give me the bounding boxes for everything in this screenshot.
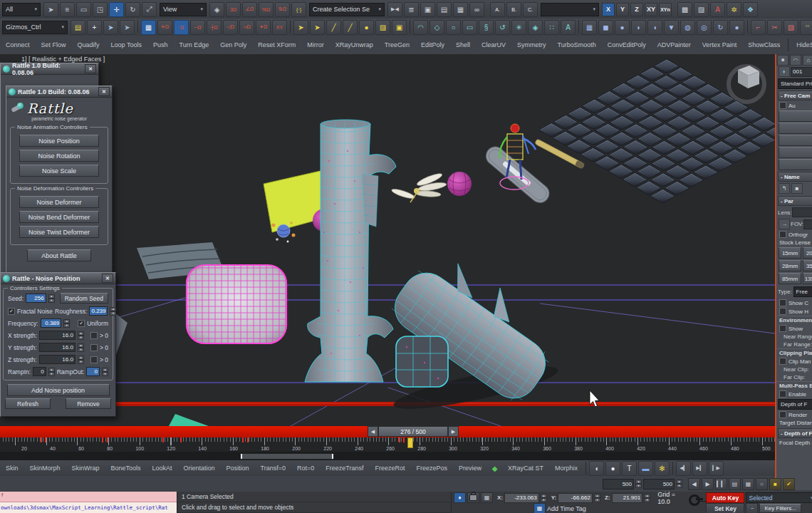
rendered-frame-icon[interactable]: ▨ [694,2,709,17]
border-icon[interactable]: ▭ [462,20,477,35]
turbosmooth-button[interactable]: TurboSmooth [552,41,602,48]
noise-twist-deformer-button[interactable]: Noise Twist Deformer [19,226,99,238]
light-bulb-icon[interactable]: ● [359,20,374,35]
editpoly-button[interactable]: EditPoly [415,41,450,48]
material-preset-dropdown[interactable]: ▾ [541,3,599,16]
key-filters-button[interactable]: Key Filters... [759,504,801,513]
hide-layer-icon[interactable]: ➤ [120,20,135,35]
y-strength-field[interactable]: 16.0 [39,343,76,352]
select-layer-icon[interactable]: ➤ [103,20,118,35]
rot-0-button[interactable]: Rot=0 [291,465,320,472]
remove-button[interactable]: Remove [66,398,111,409]
select-object-icon[interactable]: ➤ [43,2,58,17]
uniform-checkbox[interactable]: ✓ [78,320,85,327]
xraycat-st-button[interactable]: XRayCat ST [502,465,549,472]
material-editor-c-icon[interactable]: C. [523,2,538,17]
select-by-name-icon[interactable]: ≡ [60,2,75,17]
teapot-button[interactable]: Teapot [779,159,812,170]
loop-icon[interactable]: ◇ [430,20,444,35]
multipass-enable-checkbox[interactable]: Enable [776,390,812,398]
snap-edge-icon[interactable]: ◅Ω [239,20,254,35]
keyframe-tick[interactable] [180,437,182,442]
hideselect-button[interactable]: HideSelect [791,41,812,48]
connect-button[interactable]: Connect [0,41,36,48]
x-gt-zero-checkbox[interactable] [90,332,98,339]
noise-position-titlebar[interactable]: Rattle - Noise Position ✕ [1,273,115,284]
stock-lens-button[interactable]: 85mm [779,273,801,284]
soft-selection-icon[interactable]: ◠ [413,20,428,35]
checkbox[interactable] [779,325,786,332]
noise-scale-button[interactable]: Noise Scale [19,165,99,177]
checkbox[interactable] [779,358,786,365]
render-setup-icon[interactable]: ▩ [677,2,692,17]
reference-coordinate-dropdown[interactable]: View▾ [160,3,207,16]
noise-position-dialog[interactable]: Rattle - Noise Position ✕ Controllers Se… [0,272,116,417]
advpainter-button[interactable]: ADVPainter [652,41,697,48]
rattle-dialog[interactable]: Rattle 1.0 Build: 0.08.06 ✕ Rattle param… [6,86,113,286]
curve-editor-icon[interactable]: ▦ [453,2,468,17]
stock-lens-button[interactable]: 135mm [803,273,812,284]
noise-bend-deformer-button[interactable]: Noise Bend Deformer [19,211,99,223]
relax-icon[interactable]: ↺ [495,20,510,35]
checkbox[interactable] [779,102,786,109]
conveditpoly-button[interactable]: ConvEditPoly [602,41,652,48]
show-cone-checkbox[interactable]: Show C [776,299,812,307]
frequency-spinner[interactable]: ▲▼ [63,319,70,328]
layers-icon[interactable]: ▤ [71,20,85,35]
about-rattle-button[interactable]: About Rattle [27,249,91,261]
clearuv-button[interactable]: ClearUV [476,41,511,48]
select-and-move-icon[interactable]: ✛ [109,2,124,17]
ribbon-icon[interactable]: ▤ [437,2,452,17]
gen-poly-button[interactable]: Gen Poly [214,41,252,48]
stock-lens-button[interactable]: 20mm [803,247,812,259]
add-time-tag-label[interactable]: Add Time Tag [547,505,586,512]
tree-trunk-object[interactable] [305,120,396,382]
keyframe-tick[interactable] [242,437,244,442]
ik-limits-icon[interactable]: °° [800,20,812,35]
snaps-toggle-icon[interactable]: 3Ω [226,2,241,17]
listener-line1[interactable]: f [0,492,177,502]
add-layer-icon[interactable]: + [87,20,102,35]
lens-spinner[interactable] [792,207,812,217]
frequency-field[interactable]: 0.389 [41,318,62,328]
layer-manager-icon[interactable]: ▣ [420,2,435,17]
render-per-pass-checkbox[interactable]: Render [776,410,812,419]
object-name-field[interactable]: 001 [791,67,812,77]
snap-frozen-icon[interactable]: ✦Ω [256,20,271,35]
snap-endpoint-icon[interactable]: ─Ω [190,20,205,35]
time-slider-handle[interactable]: ◀ 276 / 500 ▶ [368,427,459,436]
teapot-obj-icon[interactable]: ◗ [631,20,646,35]
absolute-mode-icon[interactable]: ▦ [481,492,493,503]
angle-snap-icon[interactable]: ∠Ω [242,2,257,17]
isolate-selection-icon[interactable]: ♦ [454,492,466,503]
cat-mini-button-2[interactable]: ▶ [702,478,714,490]
lookat-button[interactable]: LookAt [146,465,177,472]
cat-mini-button-7[interactable]: ■ [769,478,781,490]
checkbox[interactable] [779,390,786,398]
material-editor-a-icon[interactable]: A. [490,2,505,17]
rect-selection-region-icon[interactable]: ▭ [76,2,91,17]
axis-constraint-z-button[interactable]: Z [630,3,643,16]
dragonfly-object[interactable] [391,172,447,202]
cat-mini-button-3[interactable]: ▎▎ [715,478,727,490]
morphix-button[interactable]: Morphix [549,465,583,472]
shirt-icon[interactable]: T [622,461,637,476]
freezetransf-button[interactable]: FreezeTransf [320,465,369,472]
x-spinner[interactable]: ▲▼ [541,494,547,502]
new-key-filter-icon[interactable]: ~ [746,503,758,513]
pick-name-button[interactable]: ↰ [779,183,790,194]
freezerot-button[interactable]: FreezeRot [369,465,410,472]
set-flow-button[interactable]: Set Flow [36,41,72,48]
x-strength-field[interactable]: 16.0 [39,331,76,340]
keyframe-tick[interactable] [162,437,164,442]
checkbox[interactable] [779,299,786,306]
showclass-button[interactable]: ShowClass [742,41,786,48]
clip-manually-checkbox[interactable]: Clip Man [776,357,812,366]
key-selection-dropdown[interactable]: Selected▾ [746,492,812,503]
box-button[interactable]: Box [779,110,812,122]
x-strength-spinner[interactable]: ▲▼ [78,331,84,340]
snap-grid-icon[interactable]: ▦ [141,20,156,35]
y-strength-spinner[interactable]: ▲▼ [78,343,84,352]
anim-length-spinner-2[interactable]: ▲▼ [676,480,682,488]
y-spinner[interactable]: ▲▼ [594,494,600,502]
